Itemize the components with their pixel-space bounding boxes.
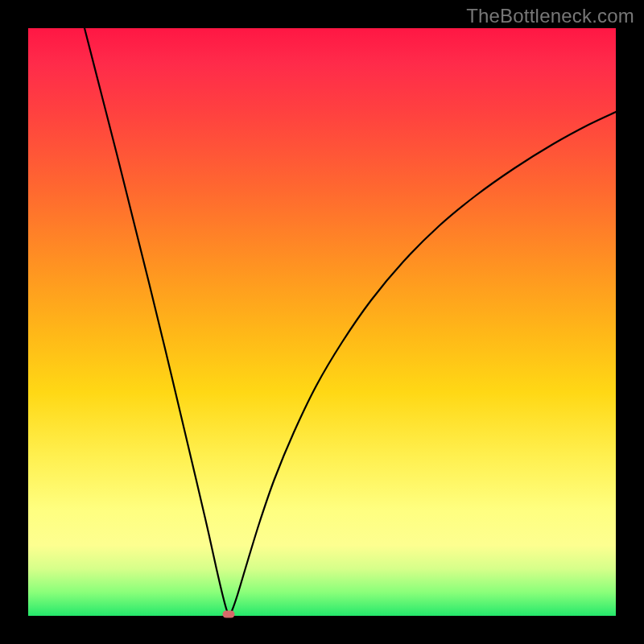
watermark-text: TheBottleneck.com — [466, 5, 634, 27]
bottleneck-curve — [85, 28, 616, 615]
minimum-marker — [223, 611, 235, 618]
chart-frame: TheBottleneck.com — [0, 0, 644, 644]
curve-layer — [28, 28, 616, 616]
plot-area — [28, 28, 616, 616]
